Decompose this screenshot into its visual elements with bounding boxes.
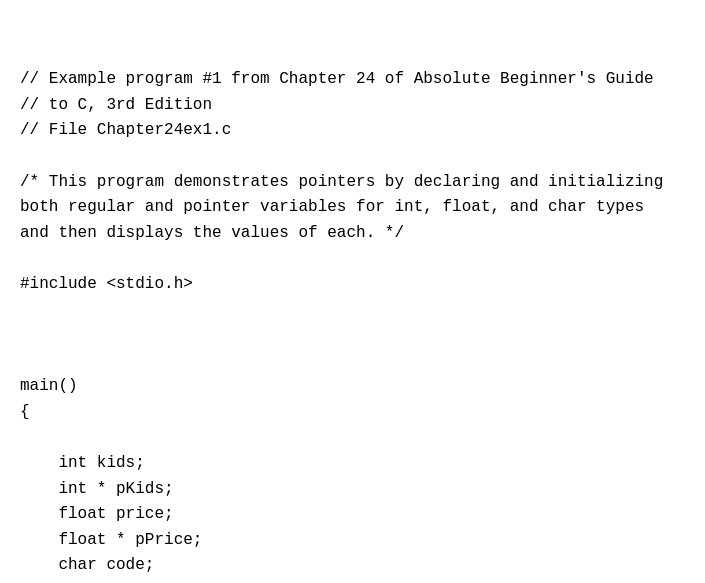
code-line: float * pPrice; (20, 528, 685, 554)
code-line: // File Chapter24ex1.c (20, 118, 685, 144)
code-line: int kids; (20, 451, 685, 477)
code-line (20, 298, 685, 324)
code-line: both regular and pointer variables for i… (20, 195, 685, 221)
code-line: and then displays the values of each. */ (20, 221, 685, 247)
code-line: char code; (20, 553, 685, 579)
code-line: /* This program demonstrates pointers by… (20, 170, 685, 196)
code-editor: // Example program #1 from Chapter 24 of… (20, 16, 685, 583)
code-line (20, 144, 685, 170)
code-line: // Example program #1 from Chapter 24 of… (20, 67, 685, 93)
code-line: { (20, 400, 685, 426)
code-line (20, 349, 685, 375)
code-line (20, 426, 685, 452)
code-line: char * pCode; (20, 579, 685, 583)
code-line: // to C, 3rd Edition (20, 93, 685, 119)
code-line: #include <stdio.h> (20, 272, 685, 298)
code-line: int * pKids; (20, 477, 685, 503)
code-line: float price; (20, 502, 685, 528)
code-line: main() (20, 374, 685, 400)
code-line (20, 246, 685, 272)
code-line (20, 323, 685, 349)
